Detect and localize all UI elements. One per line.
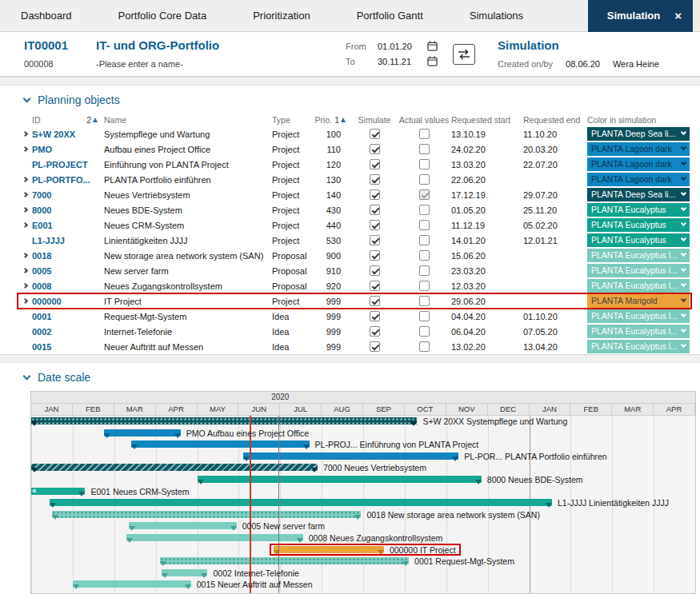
portfolio-subtitle-field[interactable]: -Please enter a name- bbox=[96, 59, 346, 69]
simulate-checkbox[interactable] bbox=[370, 205, 380, 215]
color-select[interactable]: PLANTA Lagoon dark bbox=[587, 173, 690, 186]
color-select[interactable]: PLANTA Eucalyptus l... bbox=[587, 309, 690, 323]
calendar-icon[interactable] bbox=[427, 56, 440, 66]
expand-icon[interactable] bbox=[18, 299, 32, 303]
gantt-bar[interactable] bbox=[126, 534, 302, 541]
color-select[interactable]: PLANTA Eucalyptus bbox=[587, 203, 690, 217]
simulate-checkbox[interactable] bbox=[370, 281, 380, 291]
row-id[interactable]: 0002 bbox=[32, 327, 104, 337]
color-select[interactable]: PLANTA Deep Sea li... bbox=[587, 127, 690, 141]
color-select[interactable]: PLANTA Lagoon dark bbox=[587, 157, 690, 171]
color-select[interactable]: PLANTA Lagoon dark bbox=[587, 142, 690, 156]
color-select[interactable]: PLANTA Eucalyptus l... bbox=[587, 340, 690, 353]
actual-values-checkbox[interactable] bbox=[419, 326, 430, 337]
simulate-checkbox[interactable] bbox=[370, 220, 380, 230]
table-row[interactable]: 0002Internet-TelefonieIdea99906.04.2007.… bbox=[18, 324, 691, 339]
actual-values-checkbox[interactable] bbox=[419, 296, 430, 306]
actual-values-checkbox[interactable] bbox=[419, 174, 430, 185]
color-select[interactable]: PLANTA Eucalyptus l... bbox=[587, 279, 690, 293]
simulate-checkbox[interactable] bbox=[370, 144, 380, 154]
calendar-icon[interactable] bbox=[427, 41, 440, 51]
refresh-period-button[interactable] bbox=[453, 44, 475, 65]
simulate-checkbox[interactable] bbox=[370, 296, 380, 306]
simulate-checkbox[interactable] bbox=[370, 311, 380, 321]
tab-simulation[interactable]: Simulation × bbox=[588, 0, 693, 32]
gantt-bar[interactable] bbox=[31, 464, 318, 471]
actual-values-checkbox[interactable] bbox=[419, 129, 430, 139]
actual-values-checkbox[interactable] bbox=[419, 189, 430, 200]
row-id[interactable]: 0018 bbox=[32, 251, 104, 261]
row-id[interactable]: PMO bbox=[32, 145, 104, 154]
gantt-bar[interactable] bbox=[129, 522, 237, 529]
color-select[interactable]: PLANTA Marigold bbox=[587, 294, 690, 308]
expand-icon[interactable] bbox=[18, 132, 32, 136]
gantt-bar[interactable] bbox=[274, 546, 383, 553]
actual-values-checkbox[interactable] bbox=[419, 281, 430, 291]
row-id[interactable]: PL-PROJECT bbox=[32, 160, 104, 169]
sort-indicator-id[interactable]: 2 bbox=[86, 115, 98, 125]
row-id[interactable]: 0008 bbox=[32, 281, 104, 291]
section-header-date-scale[interactable]: Date scale bbox=[24, 369, 700, 386]
table-row[interactable]: PL-PROJECTEinführung von PLANTA ProjectP… bbox=[18, 157, 691, 172]
expand-icon[interactable] bbox=[18, 193, 32, 197]
simulate-checkbox[interactable] bbox=[370, 341, 380, 352]
col-id[interactable]: ID bbox=[32, 115, 41, 125]
expand-icon[interactable] bbox=[18, 177, 32, 181]
table-row[interactable]: 8000Neues BDE-SystemProject43001.05.2025… bbox=[18, 202, 691, 217]
simulate-checkbox[interactable] bbox=[370, 265, 380, 276]
simulate-checkbox[interactable] bbox=[370, 129, 380, 139]
col-simulate[interactable]: Simulate bbox=[352, 115, 397, 125]
gantt-bar[interactable] bbox=[243, 452, 459, 460]
actual-values-checkbox[interactable] bbox=[419, 235, 430, 245]
col-color-in-simulation[interactable]: Color in simulation bbox=[587, 115, 691, 125]
row-id[interactable]: S+W 20XX bbox=[32, 130, 104, 139]
row-id[interactable]: 7000 bbox=[32, 190, 104, 200]
table-row[interactable]: 0015Neuer Auftritt auf MessenIdea99913.0… bbox=[18, 339, 691, 354]
table-row[interactable]: S+W 20XXSystempflege und WartungProject1… bbox=[18, 126, 691, 142]
col-type[interactable]: Type bbox=[272, 115, 315, 125]
color-select[interactable]: PLANTA Eucalyptus bbox=[587, 233, 690, 247]
color-select[interactable]: PLANTA Eucalyptus l... bbox=[587, 264, 690, 277]
nav-item-simulations[interactable]: Simulations bbox=[470, 10, 523, 22]
gantt-bar[interactable] bbox=[198, 476, 482, 483]
gantt-bar[interactable] bbox=[160, 557, 409, 564]
actual-values-checkbox[interactable] bbox=[419, 265, 430, 276]
table-row[interactable]: 0018New storage area network system (SAN… bbox=[18, 248, 691, 263]
row-id[interactable]: L1-JJJJ bbox=[32, 236, 104, 245]
table-row[interactable]: L1-JJJJLinientätigkeiten JJJJProject5301… bbox=[18, 233, 691, 248]
gantt-bar[interactable] bbox=[131, 441, 310, 448]
nav-item-portfolio-gantt[interactable]: Portfolio Gantt bbox=[357, 10, 423, 22]
actual-values-checkbox[interactable] bbox=[419, 250, 430, 261]
expand-icon[interactable] bbox=[18, 147, 32, 151]
actual-values-checkbox[interactable] bbox=[419, 144, 430, 154]
gantt-bar[interactable] bbox=[50, 499, 552, 506]
gantt-bar[interactable] bbox=[52, 511, 361, 518]
expand-icon[interactable] bbox=[18, 284, 32, 288]
color-select[interactable]: PLANTA Eucalyptus bbox=[587, 218, 690, 232]
table-row[interactable]: 0001Request-Mgt-SystemIdea99904.04.2001.… bbox=[18, 309, 691, 324]
col-prio[interactable]: Prio. bbox=[315, 115, 333, 125]
to-date-field[interactable]: 30.11.21 bbox=[378, 57, 421, 66]
actual-values-checkbox[interactable] bbox=[419, 311, 430, 321]
close-icon[interactable]: × bbox=[674, 10, 682, 22]
table-row[interactable]: E001Neues CRM-SystemProject44011.12.1905… bbox=[18, 217, 691, 233]
table-row[interactable]: PMOAufbau eines Project OfficeProject110… bbox=[18, 142, 691, 157]
table-row[interactable]: 0008Neues ZugangskontrollsystemProposal9… bbox=[18, 278, 691, 293]
actual-values-checkbox[interactable] bbox=[419, 159, 430, 169]
color-select[interactable]: PLANTA Eucalyptus l... bbox=[587, 325, 690, 338]
row-id[interactable]: 000000 bbox=[32, 297, 104, 306]
actual-values-checkbox[interactable] bbox=[419, 341, 430, 352]
color-select[interactable]: PLANTA Deep Sea li... bbox=[587, 188, 690, 201]
row-id[interactable]: 0001 bbox=[32, 312, 104, 321]
actual-values-checkbox[interactable] bbox=[419, 205, 430, 215]
simulate-checkbox[interactable] bbox=[370, 174, 380, 185]
simulate-checkbox[interactable] bbox=[370, 250, 380, 261]
table-row[interactable]: PL-PORTFO...PLANTA Portfolio einführenPr… bbox=[18, 172, 691, 187]
col-requested-start[interactable]: Requested start bbox=[451, 115, 523, 125]
expand-icon[interactable] bbox=[18, 269, 32, 273]
expand-icon[interactable] bbox=[18, 253, 32, 257]
color-select[interactable]: PLANTA Eucalyptus l... bbox=[587, 249, 690, 262]
simulate-checkbox[interactable] bbox=[370, 189, 380, 200]
gantt-bar[interactable] bbox=[31, 417, 417, 425]
table-row[interactable]: 7000Neues VertriebsystemProject14017.12.… bbox=[18, 187, 691, 202]
